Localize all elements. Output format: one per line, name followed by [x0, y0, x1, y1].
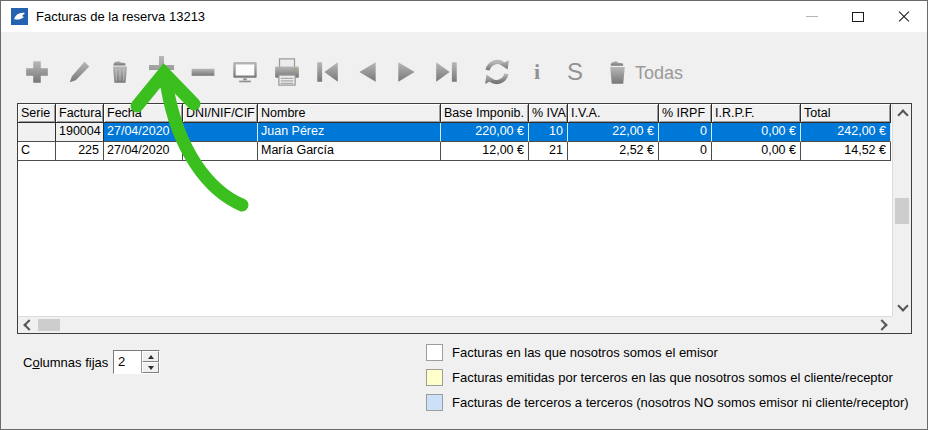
chevron-right-icon [876, 319, 887, 330]
close-button[interactable] [881, 1, 927, 32]
columnas-fijas-label: Columnas fijas [23, 355, 108, 370]
cell-serie[interactable]: C [18, 142, 56, 161]
columnas-fijas-value[interactable]: 2 [114, 351, 141, 373]
scrollbar-corner [892, 316, 911, 333]
cell--iva[interactable]: 21 [529, 142, 568, 161]
table-row: C22527/04/2020María García12,00 €212,52 … [18, 142, 911, 161]
cell-i-r-p-f-[interactable]: 0,00 € [712, 142, 801, 161]
scroll-right-button[interactable] [876, 317, 890, 333]
insert-button[interactable] [145, 53, 177, 91]
last-record-icon [433, 59, 461, 85]
cell-nombre[interactable]: María García [258, 142, 441, 161]
legend-text: Facturas emitidas por terceros en las qu… [452, 370, 893, 385]
titlebar: Facturas de la reserva 13213 [1, 1, 927, 32]
cell-total[interactable]: 242,00 € [801, 123, 891, 142]
print-button[interactable] [271, 53, 303, 91]
cell--irpf[interactable]: 0 [659, 142, 712, 161]
cell-fecha[interactable]: 27/04/2020 [104, 123, 183, 142]
legend-text: Facturas en las que nosotros somos el em… [452, 345, 718, 360]
legend-swatch [426, 394, 443, 411]
scroll-up-button[interactable] [893, 106, 912, 120]
cell-factura[interactable]: 190004 [56, 123, 104, 142]
cell-total[interactable]: 14,52 € [801, 142, 891, 161]
column-header-nombre[interactable]: Nombre [258, 104, 441, 123]
right-arrow-icon [393, 59, 421, 85]
column-header-fecha[interactable]: Fecha [104, 104, 183, 123]
vertical-scroll-thumb[interactable] [895, 198, 909, 224]
spinner-up-button[interactable] [142, 351, 159, 362]
spinner-down-button[interactable] [142, 362, 159, 373]
next-record-button[interactable] [391, 53, 423, 91]
vertical-scrollbar[interactable] [892, 104, 911, 316]
add-icon [24, 59, 50, 85]
legend-swatch [426, 344, 443, 361]
first-record-button[interactable] [311, 53, 343, 91]
refresh-button[interactable] [481, 53, 513, 91]
column-header--iva[interactable]: % IVA [529, 104, 568, 123]
cell-i-r-p-f-[interactable]: 0,00 € [712, 123, 801, 142]
remove-button[interactable] [187, 53, 219, 91]
refresh-icon [482, 57, 512, 87]
cell-factura[interactable]: 225 [56, 142, 104, 161]
cell-dni-nif-cif[interactable] [183, 142, 258, 161]
legend-item: Facturas emitidas por terceros en las qu… [426, 368, 909, 387]
scroll-left-button[interactable] [20, 317, 34, 333]
column-header-factura[interactable]: Factura [56, 104, 104, 123]
cell-nombre[interactable]: Juan Pérez [258, 123, 441, 142]
info-button[interactable]: i [528, 53, 546, 91]
chevron-left-icon [23, 319, 34, 330]
edit-pencil-icon [66, 59, 92, 85]
delete-button[interactable] [104, 53, 136, 91]
horizontal-scrollbar[interactable] [18, 316, 892, 333]
column-header-dni-nif-cif[interactable]: DNI/NIF/CIF [183, 104, 258, 123]
legend: Facturas en las que nosotros somos el em… [426, 343, 909, 418]
cell-base-imponib-[interactable]: 12,00 € [441, 142, 529, 161]
trash-all-icon [604, 59, 631, 86]
grid-body: 19000427/04/2020Juan Pérez220,00 €1022,0… [18, 123, 911, 161]
cell-fecha[interactable]: 27/04/2020 [104, 142, 183, 161]
column-header-serie[interactable]: Serie [18, 104, 56, 123]
column-header--irpf[interactable]: % IRPF [659, 104, 712, 123]
chevron-down-icon [897, 300, 908, 311]
horizontal-scroll-thumb[interactable] [38, 319, 60, 331]
column-header-base-imponib-[interactable]: Base Imponib. [441, 104, 529, 123]
left-arrow-icon [353, 59, 381, 85]
close-icon [898, 11, 910, 23]
delete-all-button[interactable] [601, 53, 633, 91]
legend-text: Facturas de terceros a terceros (nosotro… [452, 395, 909, 410]
scroll-down-button[interactable] [893, 300, 912, 314]
preview-button[interactable] [229, 53, 261, 91]
toolbar: i S Todas [1, 49, 927, 95]
column-header-i-v-a-[interactable]: I.V.A. [568, 104, 659, 123]
minimize-icon [806, 16, 818, 17]
cell-i-v-a-[interactable]: 2,52 € [568, 142, 659, 161]
cell--iva[interactable]: 10 [529, 123, 568, 142]
s-icon: S [567, 58, 583, 86]
maximize-button[interactable] [835, 1, 881, 32]
cell-i-v-a-[interactable]: 22,00 € [568, 123, 659, 142]
cell--irpf[interactable]: 0 [659, 123, 712, 142]
last-record-button[interactable] [431, 53, 463, 91]
minimize-button[interactable] [789, 1, 835, 32]
cell-dni-nif-cif[interactable] [183, 123, 258, 142]
facturas-dialog: Facturas de la reserva 13213 [0, 0, 928, 430]
spinner-down-icon [148, 366, 154, 370]
first-record-icon [313, 59, 341, 85]
monitor-icon [231, 58, 259, 86]
chevron-up-icon [897, 109, 908, 120]
prior-record-button[interactable] [351, 53, 383, 91]
columnas-fijas-spinner[interactable]: 2 [113, 350, 160, 374]
column-header-total[interactable]: Total [801, 104, 891, 123]
cell-serie[interactable] [18, 123, 56, 142]
cell-base-imponib-[interactable]: 220,00 € [441, 123, 529, 142]
add-button[interactable] [21, 53, 53, 91]
todas-label: Todas [635, 63, 683, 84]
legend-item: Facturas de terceros a terceros (nosotro… [426, 393, 909, 412]
table-row: 19000427/04/2020Juan Pérez220,00 €1022,0… [18, 123, 911, 142]
edit-button[interactable] [63, 53, 95, 91]
column-header-i-r-p-f-[interactable]: I.R.P.F. [712, 104, 801, 123]
window-title: Facturas de la reserva 13213 [36, 9, 205, 24]
s-filter-button[interactable]: S [563, 53, 587, 91]
legend-swatch [426, 369, 443, 386]
legend-item: Facturas en las que nosotros somos el em… [426, 343, 909, 362]
